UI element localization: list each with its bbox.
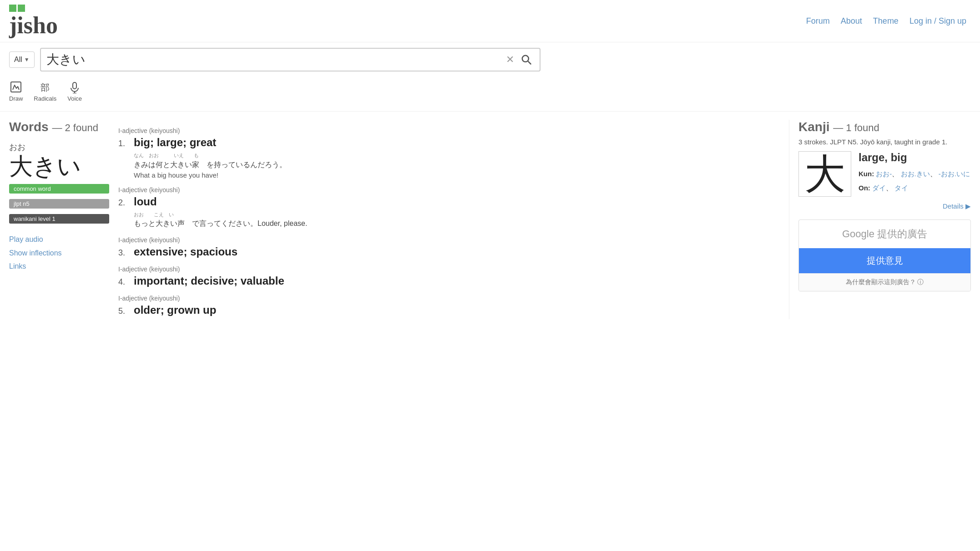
- def-text-2: loud: [134, 195, 157, 208]
- def-text-4: important; decisive; valuable: [134, 275, 284, 287]
- definition-group-4: I-adjective (keiyoushi) 4. important; de…: [118, 265, 780, 287]
- kanji-title: Kanji: [798, 120, 829, 134]
- pos-label-3: I-adjective (keiyoushi): [118, 236, 780, 244]
- def-num-2: 2.: [118, 198, 129, 208]
- pos-label-2: I-adjective (keiyoushi): [118, 186, 780, 194]
- def-num-1: 1.: [118, 139, 129, 148]
- kanji-section: Kanji — 1 found 3 strokes. JLPT N5. Jōyō…: [789, 120, 971, 319]
- kanji-info: 3 strokes. JLPT N5. Jōyō kanji, taught i…: [798, 138, 971, 146]
- nav-about[interactable]: About: [841, 16, 862, 26]
- on-reading-1[interactable]: ダイ: [872, 184, 886, 192]
- pos-label-1: I-adjective (keiyoushi): [118, 127, 780, 134]
- logo-square-2: [18, 5, 25, 12]
- kanji-meanings: large, big: [859, 151, 970, 164]
- clear-search-icon[interactable]: ✕: [502, 54, 518, 66]
- voice-tool[interactable]: Voice: [67, 81, 82, 102]
- nav-theme[interactable]: Theme: [873, 16, 899, 26]
- words-section-header: Words — 2 found: [9, 120, 109, 134]
- header-divider: [0, 111, 980, 112]
- play-audio-link[interactable]: Play audio: [9, 234, 109, 245]
- search-input[interactable]: [46, 52, 502, 67]
- def-text-3: extensive; spacious: [134, 245, 237, 258]
- def-item-2: 2. loud: [118, 195, 780, 208]
- badge-wanikani: wanikani level 1: [9, 214, 109, 224]
- pos-label-5: I-adjective (keiyoushi): [118, 295, 780, 302]
- word-main: 大きい: [9, 153, 109, 179]
- ad-header-text: Google 提供的廣告: [842, 228, 927, 240]
- def-item-3: 3. extensive; spacious: [118, 245, 780, 258]
- on-reading-2[interactable]: タイ: [894, 184, 908, 192]
- logo-area: jisho: [9, 5, 58, 37]
- logo-square-1: [9, 5, 16, 12]
- voice-label: Voice: [67, 95, 82, 102]
- words-count: — 2 found: [52, 122, 98, 133]
- def-num-5: 5.: [118, 306, 129, 316]
- search-icon: [520, 53, 532, 66]
- kanji-count: — 1 found: [833, 122, 879, 133]
- badge-common: common word: [9, 184, 109, 194]
- word-reading: おお: [9, 142, 109, 153]
- links-link[interactable]: Links: [9, 260, 109, 272]
- nav-login[interactable]: Log in / Sign up: [909, 16, 966, 26]
- def-text-5: older; grown up: [134, 304, 216, 316]
- left-column: Words — 2 found おお 大きい common word jlpt …: [9, 120, 109, 319]
- definition-group-3: I-adjective (keiyoushi) 3. extensive; sp…: [118, 236, 780, 258]
- kanji-on-readings: On: ダイ、 タイ: [859, 182, 970, 194]
- search-button[interactable]: [518, 53, 534, 67]
- words-title: Words: [9, 120, 49, 134]
- logo-squares: [9, 5, 25, 12]
- definition-group-2: I-adjective (keiyoushi) 2. loud おお こえ い …: [118, 186, 780, 230]
- example-ruby-1: なん おお いえ も: [134, 152, 780, 159]
- ad-feedback-button[interactable]: 提供意見: [799, 248, 970, 273]
- kanji-character[interactable]: 大: [798, 151, 851, 197]
- search-area: All ▼ ✕: [0, 42, 980, 79]
- radicals-tool[interactable]: 部 Radicals: [34, 81, 56, 102]
- search-box: ✕: [40, 48, 541, 71]
- header: jisho Forum About Theme Log in / Sign up: [0, 0, 980, 42]
- main-content: Words — 2 found おお 大きい common word jlpt …: [0, 115, 980, 324]
- kun-label: Kun:: [859, 170, 874, 178]
- sidebar-links: Play audio Show inflections Links: [9, 234, 109, 272]
- center-column: I-adjective (keiyoushi) 1. big; large; g…: [109, 120, 789, 319]
- ad-header: Google 提供的廣告: [799, 220, 970, 248]
- kun-reading-3[interactable]: -おお.いに: [939, 170, 970, 178]
- example-en-1: What a big house you have!: [134, 171, 780, 179]
- nav-links: Forum About Theme Log in / Sign up: [806, 16, 966, 26]
- logo-wrapper: jisho: [9, 5, 58, 37]
- voice-icon: [68, 81, 81, 93]
- def-item-1: 1. big; large; great: [118, 136, 780, 149]
- on-label: On:: [859, 184, 870, 192]
- def-num-3: 3.: [118, 248, 129, 258]
- def-item-5: 5. older; grown up: [118, 304, 780, 316]
- definition-group-1: I-adjective (keiyoushi) 1. big; large; g…: [118, 127, 780, 179]
- kun-reading-1[interactable]: おお-: [876, 170, 892, 178]
- draw-icon: [10, 81, 22, 93]
- draw-tool[interactable]: Draw: [9, 81, 23, 102]
- kanji-header: Kanji — 1 found: [798, 120, 971, 134]
- def-text-1: big; large; great: [134, 136, 216, 149]
- draw-label: Draw: [9, 95, 23, 102]
- kanji-entry: 大 large, big Kun: おお-、 おお.きい、 -おお.いに On:…: [798, 151, 971, 197]
- def-item-4: 4. important; decisive; valuable: [118, 275, 780, 287]
- example-ruby-2: おお こえ い: [134, 211, 780, 219]
- details-link[interactable]: Details ▶: [943, 202, 971, 210]
- search-filter-dropdown[interactable]: All ▼: [9, 51, 35, 68]
- kanji-readings: Kun: おお-、 おお.きい、 -おお.いに: [859, 168, 970, 180]
- svg-rect-2: [73, 82, 76, 89]
- pos-label-4: I-adjective (keiyoushi): [118, 265, 780, 273]
- example-jp-2: おお こえ い もっと大きい声 で言ってください。Louder, please.: [134, 211, 780, 230]
- definition-group-5: I-adjective (keiyoushi) 5. older; grown …: [118, 295, 780, 316]
- radicals-icon: 部: [39, 81, 51, 93]
- svg-text:部: 部: [40, 82, 50, 92]
- kanji-details: large, big Kun: おお-、 おお.きい、 -おお.いに On: ダ…: [859, 151, 970, 194]
- radicals-label: Radicals: [34, 95, 56, 102]
- details-link-container: Details ▶: [798, 202, 971, 210]
- filter-label: All: [14, 56, 22, 64]
- filter-arrow-icon: ▼: [24, 56, 30, 63]
- show-inflections-link[interactable]: Show inflections: [9, 247, 109, 259]
- kun-reading-2[interactable]: おお.きい: [901, 170, 930, 178]
- site-logo[interactable]: jisho: [9, 14, 58, 37]
- badge-jlpt: jlpt n5: [9, 199, 109, 209]
- nav-forum[interactable]: Forum: [806, 16, 830, 26]
- ad-why[interactable]: 為什麼會顯示這則廣告？ ⓘ: [799, 273, 970, 291]
